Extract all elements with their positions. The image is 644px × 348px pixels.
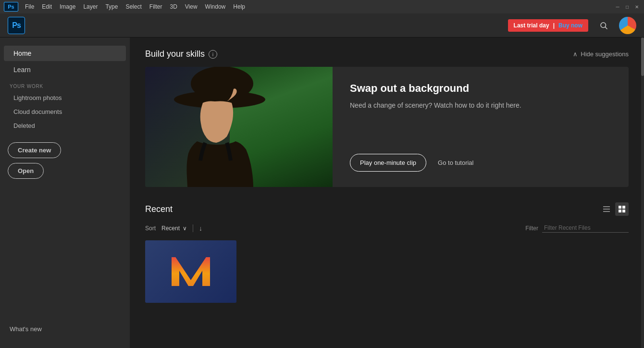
trial-button[interactable]: Last trial day | Buy now (508, 19, 588, 32)
filter-label: Filter (525, 225, 538, 232)
filter-input[interactable] (542, 224, 629, 233)
view-toggle (600, 202, 629, 216)
main-toolbar: Ps Last trial day | Buy now (0, 13, 644, 37)
sidebar-item-cloud[interactable]: Cloud documents (0, 105, 130, 119)
hide-suggestions-button[interactable]: ∧ Hide suggestions (573, 50, 629, 58)
go-to-tutorial-button[interactable]: Go to tutorial (438, 159, 473, 166)
file-thumb-inner (145, 240, 236, 303)
sidebar-item-lightroom[interactable]: Lightroom photos (0, 91, 130, 105)
sort-value: Recent (161, 225, 180, 232)
grid-view-button[interactable] (615, 202, 629, 216)
sidebar-item-deleted[interactable]: Deleted (0, 119, 130, 133)
svg-line-1 (605, 27, 607, 29)
svg-rect-7 (619, 206, 621, 209)
buy-now-link[interactable]: Buy now (558, 22, 582, 29)
skills-title-area: Build your skills i (145, 49, 217, 59)
main-content: Build your skills i ∧ Hide suggestions (130, 37, 644, 348)
minimize-button[interactable]: ─ (614, 3, 621, 10)
feature-card: Swap out a background Need a change of s… (145, 67, 629, 187)
list-view-button[interactable] (600, 202, 613, 216)
play-clip-button[interactable]: Play one-minute clip (350, 154, 426, 172)
chevron-up-icon: ∧ (573, 50, 578, 58)
menu-bar: File Edit Image Layer Type Select Filter… (21, 0, 249, 13)
feature-actions: Play one-minute clip Go to tutorial (350, 154, 611, 172)
svg-marker-12 (172, 257, 210, 286)
sidebar-actions: Create new Open (0, 133, 130, 188)
svg-rect-6 (603, 211, 610, 212)
sidebar-item-learn[interactable]: Learn (4, 62, 126, 77)
svg-rect-4 (603, 206, 610, 207)
trial-separator: | (553, 22, 555, 29)
svg-point-0 (601, 23, 606, 28)
whats-new-link[interactable]: What's new (10, 325, 120, 333)
file-preview-logo (172, 257, 210, 286)
file-thumbnail (145, 240, 236, 303)
menu-filter[interactable]: Filter (146, 0, 166, 13)
search-button[interactable] (596, 18, 611, 33)
trial-text: Last trial day (514, 22, 549, 29)
titlebar-right: ─ □ ✕ (614, 3, 640, 10)
filter-area: Filter (525, 224, 629, 233)
sort-divider (193, 224, 193, 232)
maximize-button[interactable]: □ (624, 3, 631, 10)
sidebar-item-home[interactable]: Home (4, 46, 126, 61)
recent-header: Recent (145, 202, 629, 216)
recent-title: Recent (145, 204, 173, 214)
menu-image[interactable]: Image (56, 0, 79, 13)
toolbar-left: Ps (8, 17, 25, 34)
titlebar: Ps File Edit Image Layer Type Select Fil… (0, 0, 644, 13)
scrollbar-thumb[interactable] (641, 37, 644, 76)
menu-select[interactable]: Select (122, 0, 145, 13)
feature-content: Swap out a background Need a change of s… (333, 67, 629, 187)
menu-type[interactable]: Type (101, 0, 122, 13)
svg-rect-9 (619, 210, 621, 212)
feature-image (145, 67, 333, 187)
toolbar-right: Last trial day | Buy now (508, 17, 636, 34)
svg-rect-10 (622, 210, 625, 212)
ps-logo-main: Ps (8, 17, 25, 34)
sort-bar: Sort Recent ∨ ↓ Filter (145, 224, 629, 233)
create-new-button[interactable]: Create new (8, 142, 61, 158)
titlebar-left: Ps File Edit Image Layer Type Select Fil… (4, 0, 249, 13)
scrollbar-track (641, 37, 644, 348)
menu-edit[interactable]: Edit (38, 0, 56, 13)
info-icon[interactable]: i (209, 50, 217, 59)
sort-label: Sort (145, 225, 156, 232)
svg-rect-8 (622, 206, 625, 209)
feature-text: Swap out a background Need a change of s… (350, 82, 611, 111)
menu-file[interactable]: File (21, 0, 38, 13)
user-avatar[interactable] (619, 17, 636, 34)
open-button[interactable]: Open (8, 163, 44, 179)
ps-logo-small: Ps (4, 2, 18, 12)
feature-image-inner (145, 67, 333, 187)
menu-layer[interactable]: Layer (79, 0, 101, 13)
file-card[interactable] (145, 240, 236, 303)
skills-title-text: Build your skills (145, 49, 205, 59)
feature-heading: Swap out a background (350, 82, 611, 95)
menu-window[interactable]: Window (201, 0, 230, 13)
recent-files-grid (145, 240, 629, 303)
woman-illustration (145, 67, 333, 187)
svg-point-3 (191, 67, 253, 101)
body-layout: Home Learn YOUR WORK Lightroom photos Cl… (0, 37, 644, 348)
sidebar-bottom: What's new (0, 318, 130, 340)
svg-rect-5 (603, 209, 610, 210)
sort-select[interactable]: Recent ∨ (161, 225, 187, 232)
skills-header: Build your skills i ∧ Hide suggestions (145, 49, 629, 59)
close-button[interactable]: ✕ (633, 3, 640, 10)
menu-view[interactable]: View (181, 0, 201, 13)
menu-help[interactable]: Help (229, 0, 249, 13)
sort-chevron-icon: ∨ (183, 225, 187, 232)
menu-3d[interactable]: 3D (166, 0, 181, 13)
hide-suggestions-label: Hide suggestions (581, 50, 629, 58)
feature-description: Need a change of scenery? Watch how to d… (350, 100, 611, 111)
sidebar: Home Learn YOUR WORK Lightroom photos Cl… (0, 37, 130, 348)
your-work-label: YOUR WORK (0, 78, 130, 91)
sort-direction-button[interactable]: ↓ (199, 224, 202, 232)
